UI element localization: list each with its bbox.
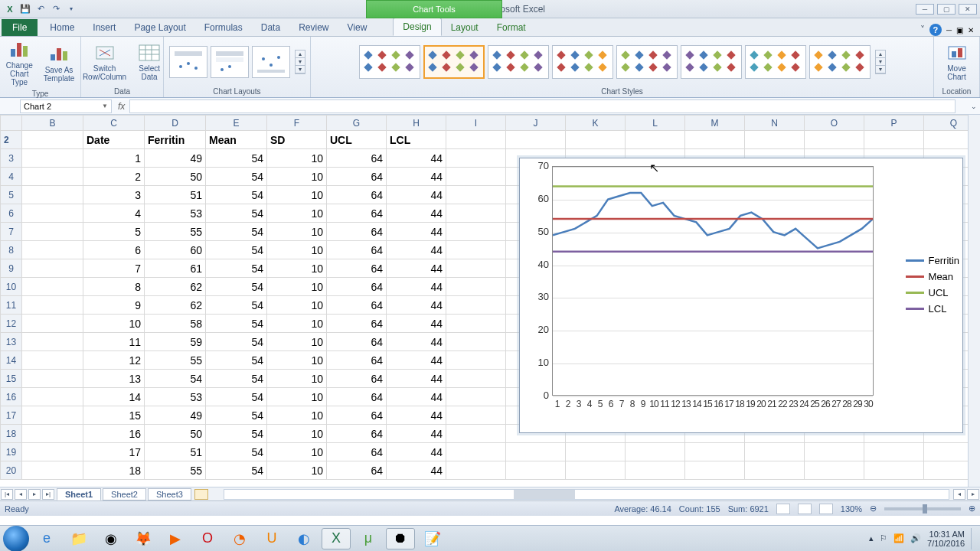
cell-H20[interactable]: 44 bbox=[387, 461, 446, 480]
cell-H10[interactable]: 44 bbox=[387, 278, 446, 296]
cell-I19[interactable] bbox=[446, 443, 506, 461]
cell-C15[interactable]: 13 bbox=[83, 370, 145, 388]
row-header-4[interactable]: 4 bbox=[1, 168, 22, 186]
cell-G3[interactable]: 64 bbox=[327, 149, 387, 168]
cell-G9[interactable]: 64 bbox=[327, 259, 387, 278]
change-chart-type-button[interactable]: Change Chart Type bbox=[3, 38, 36, 88]
cell-L2[interactable] bbox=[626, 131, 685, 149]
cell-F20[interactable]: 10 bbox=[267, 461, 327, 480]
cell-F18[interactable]: 10 bbox=[267, 425, 327, 443]
minimize-ribbon-icon[interactable]: ˅ bbox=[920, 24, 925, 35]
save-as-template-button[interactable]: Save As Template bbox=[41, 43, 78, 84]
cell-I13[interactable] bbox=[446, 333, 506, 351]
tab-view[interactable]: View bbox=[338, 19, 377, 36]
qat-customize-icon[interactable]: ▾ bbox=[64, 2, 78, 16]
cell-G17[interactable]: 64 bbox=[327, 406, 387, 425]
view-page-layout-button[interactable] bbox=[798, 504, 812, 514]
row-header-11[interactable]: 11 bbox=[1, 296, 22, 315]
cell-H18[interactable]: 44 bbox=[387, 425, 446, 443]
cell-E14[interactable]: 54 bbox=[206, 351, 267, 370]
zoom-slider[interactable] bbox=[884, 507, 961, 510]
column-header-C[interactable]: C bbox=[83, 116, 145, 131]
cell-D18[interactable]: 50 bbox=[145, 425, 206, 443]
cell-C11[interactable]: 9 bbox=[83, 296, 145, 315]
cell-G10[interactable]: 64 bbox=[327, 278, 387, 296]
row-header-15[interactable]: 15 bbox=[1, 370, 22, 388]
cell-D2[interactable]: Ferritin bbox=[145, 131, 206, 149]
tray-volume-icon[interactable]: 🔊 bbox=[910, 533, 921, 543]
cell-H2[interactable]: LCL bbox=[387, 131, 446, 149]
cell-D4[interactable]: 50 bbox=[145, 168, 206, 186]
cell-D12[interactable]: 58 bbox=[145, 315, 206, 333]
formula-input[interactable] bbox=[129, 99, 956, 113]
tray-network-icon[interactable]: 📶 bbox=[893, 533, 904, 543]
cell-D10[interactable]: 62 bbox=[145, 278, 206, 296]
cell-N2[interactable] bbox=[745, 131, 805, 149]
cell-H3[interactable]: 44 bbox=[387, 149, 446, 168]
show-desktop-button[interactable] bbox=[971, 528, 977, 549]
cell-I2[interactable] bbox=[446, 131, 506, 149]
cell-E11[interactable]: 54 bbox=[206, 296, 267, 315]
column-header-P[interactable]: P bbox=[864, 116, 924, 131]
column-header-B[interactable]: B bbox=[22, 116, 83, 131]
taskbar-torch-icon[interactable]: ◔ bbox=[225, 528, 254, 549]
workbook-close-icon[interactable]: ✕ bbox=[968, 26, 974, 34]
view-page-break-button[interactable] bbox=[819, 504, 833, 514]
cell-F2[interactable]: SD bbox=[267, 131, 327, 149]
cell-I18[interactable] bbox=[446, 425, 506, 443]
cell-H15[interactable]: 44 bbox=[387, 370, 446, 388]
cell-C18[interactable]: 16 bbox=[83, 425, 145, 443]
cell-I8[interactable] bbox=[446, 241, 506, 259]
save-icon[interactable]: 💾 bbox=[18, 2, 32, 16]
chart-style-3[interactable] bbox=[488, 45, 549, 79]
row-header-3[interactable]: 3 bbox=[1, 149, 22, 168]
cell-H6[interactable]: 44 bbox=[387, 204, 446, 223]
cell-B19[interactable] bbox=[22, 443, 83, 461]
tray-flag-icon[interactable]: ⚐ bbox=[880, 533, 887, 543]
cell-K19[interactable] bbox=[566, 443, 626, 461]
cell-K20[interactable] bbox=[566, 461, 626, 480]
cell-F11[interactable]: 10 bbox=[267, 296, 327, 315]
cell-H12[interactable]: 44 bbox=[387, 315, 446, 333]
cell-I7[interactable] bbox=[446, 223, 506, 241]
cell-B14[interactable] bbox=[22, 351, 83, 370]
zoom-in-button[interactable]: ⊕ bbox=[969, 504, 975, 514]
zoom-out-button[interactable]: ⊖ bbox=[870, 504, 877, 514]
cell-H4[interactable]: 44 bbox=[387, 168, 446, 186]
cell-C6[interactable]: 4 bbox=[83, 204, 145, 223]
chart-style-2[interactable] bbox=[423, 45, 485, 79]
legend-item-ucl[interactable]: UCL bbox=[906, 287, 959, 298]
cell-F9[interactable]: 10 bbox=[267, 259, 327, 278]
cell-D13[interactable]: 59 bbox=[145, 333, 206, 351]
view-normal-button[interactable] bbox=[776, 504, 790, 514]
cell-H16[interactable]: 44 bbox=[387, 388, 446, 406]
cell-E20[interactable]: 54 bbox=[206, 461, 267, 480]
cell-B10[interactable] bbox=[22, 278, 83, 296]
cell-D5[interactable]: 51 bbox=[145, 186, 206, 204]
cell-F13[interactable]: 10 bbox=[267, 333, 327, 351]
cell-C9[interactable]: 7 bbox=[83, 259, 145, 278]
row-header-9[interactable]: 9 bbox=[1, 259, 22, 278]
cell-F14[interactable]: 10 bbox=[267, 351, 327, 370]
cell-B15[interactable] bbox=[22, 370, 83, 388]
taskbar-recorder-icon[interactable]: ⏺ bbox=[386, 528, 415, 549]
cell-J19[interactable] bbox=[506, 443, 566, 461]
cell-H17[interactable]: 44 bbox=[387, 406, 446, 425]
horizontal-scrollbar[interactable] bbox=[224, 489, 949, 500]
taskbar-maxthon-icon[interactable]: ◐ bbox=[289, 528, 318, 549]
cell-D7[interactable]: 55 bbox=[145, 223, 206, 241]
cell-G5[interactable]: 64 bbox=[327, 186, 387, 204]
cell-I17[interactable] bbox=[446, 406, 506, 425]
sheet-nav-prev[interactable]: ◂ bbox=[15, 489, 27, 500]
cell-C17[interactable]: 15 bbox=[83, 406, 145, 425]
taskbar-excel-icon[interactable]: X bbox=[322, 528, 351, 549]
cell-C14[interactable]: 12 bbox=[83, 351, 145, 370]
legend-item-ferritin[interactable]: Ferritin bbox=[906, 255, 959, 266]
cell-E18[interactable]: 54 bbox=[206, 425, 267, 443]
cell-L20[interactable] bbox=[626, 461, 685, 480]
cell-C2[interactable]: Date bbox=[83, 131, 145, 149]
column-header-O[interactable]: O bbox=[805, 116, 864, 131]
cell-F19[interactable]: 10 bbox=[267, 443, 327, 461]
taskbar-chrome-icon[interactable]: ◉ bbox=[96, 528, 126, 549]
cell-F5[interactable]: 10 bbox=[267, 186, 327, 204]
